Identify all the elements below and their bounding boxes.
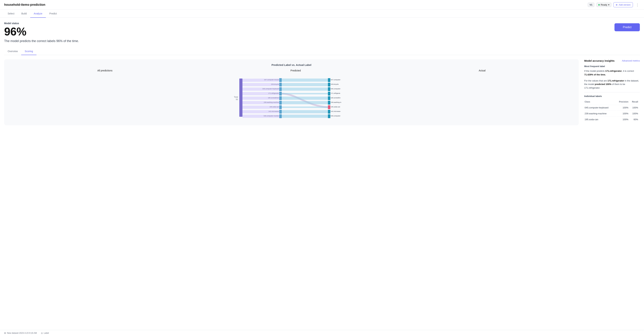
svg-rect-0	[239, 78, 242, 117]
svg-text:229.tricycle: 229.tricycle	[331, 84, 339, 85]
svg-rect-35	[328, 110, 330, 114]
main-content: Model status 96% The model predicts the …	[0, 18, 644, 130]
svg-text:046.computer-: 046.computer-	[331, 115, 341, 117]
svg-rect-33	[328, 105, 330, 109]
col-header-class: Class	[584, 100, 616, 104]
chart-column-labels: All predictions Predicted Actual	[8, 69, 574, 72]
advanced-metrics-link[interactable]: Advanced metrics	[622, 60, 640, 62]
svg-rect-21	[328, 78, 330, 82]
individual-labels-title: Individual labels	[584, 95, 640, 98]
insight-pct-1: 71.429% of the time.	[584, 73, 606, 76]
svg-text:047.computer-: 047.computer-	[331, 79, 341, 80]
insights-header: Model accuracy insights Advanced metrics	[584, 59, 640, 62]
content-area: Predicted Label vs. Actual Label All pre…	[4, 59, 640, 125]
svg-rect-19	[279, 114, 282, 118]
most-frequent-label: Most frequent label	[584, 65, 640, 68]
precision-cell: 100%	[616, 105, 630, 110]
svg-text:171.refrigerat-: 171.refrigerat-	[331, 92, 340, 94]
svg-rect-31	[328, 101, 330, 104]
table-row: 045.computer-keyboard 100% 100%	[584, 105, 640, 110]
svg-text:045.computer-: 045.computer-	[331, 88, 341, 90]
divider	[584, 92, 640, 92]
col-predicted: Predicted	[290, 69, 301, 72]
chevron-down-icon: ▾	[608, 4, 610, 6]
status-row: Model status 96% The model predicts the …	[4, 22, 640, 48]
svg-rect-5	[279, 83, 282, 86]
svg-text:Total: Total	[234, 96, 238, 98]
insight-class-1: 171.refrigerator	[605, 70, 622, 72]
version-badge[interactable]: V1	[588, 2, 594, 7]
sankey-chart: Total 50 047.computer-mouse 229.tricycle…	[8, 73, 574, 118]
accuracy-description: The model predicts the correct labels 96…	[4, 39, 79, 43]
app-title: household-items-prediction	[4, 3, 45, 6]
svg-rect-17	[279, 110, 282, 114]
table-row: 195.soda-can 100% 60%	[584, 116, 640, 122]
status-label: Ready	[601, 4, 607, 6]
class-cell: 195.soda-can	[584, 116, 616, 122]
main-nav: Select Build Analyze Predict	[0, 10, 644, 18]
precision-cell: 100%	[616, 111, 630, 116]
metrics-table: Class Precision Recall 045.computer-keyb…	[584, 100, 640, 122]
svg-rect-29	[328, 96, 330, 100]
insight-text-1: If the model predicts 171.refrigerator, …	[584, 69, 640, 76]
chart-section: Predicted Label vs. Actual Label All pre…	[4, 59, 579, 125]
svg-rect-3	[279, 78, 282, 82]
col-actual: Actual	[479, 69, 486, 72]
tab-select[interactable]: Select	[4, 10, 18, 18]
recall-cell: 100%	[630, 111, 640, 116]
add-version-button[interactable]: ⊕ Add version	[614, 2, 633, 7]
svg-text:195.soda-can: 195.soda-can	[331, 106, 340, 108]
tab-analyze[interactable]: Analyze	[30, 10, 46, 18]
insight-predicted-pct: predicted 100%	[595, 83, 611, 86]
sub-tab-overview[interactable]: Overview	[4, 48, 21, 55]
svg-rect-37	[328, 114, 330, 118]
svg-rect-13	[279, 101, 282, 104]
recall-cell: 60%	[630, 116, 640, 122]
accuracy-percentage: 96%	[4, 26, 79, 37]
sub-nav: Overview Scoring	[4, 48, 640, 55]
insights-title: Model accuracy insights	[584, 59, 614, 62]
insights-sidebar: Model accuracy insights Advanced metrics…	[584, 59, 640, 125]
sankey-svg: Total 50 047.computer-mouse 229.tricycle…	[8, 73, 574, 126]
svg-rect-11	[279, 96, 282, 100]
col-all-predictions: All predictions	[97, 69, 112, 72]
insight-text-2: For the values that are 171.refrigerator…	[584, 79, 640, 90]
insight-class-2: 171.refrigerator	[608, 80, 624, 82]
header-actions: V1 Ready ▾ ⊕ Add version ⋮	[588, 2, 640, 8]
status-dot	[598, 4, 600, 6]
svg-rect-7	[279, 87, 282, 91]
model-status-block: Model status 96% The model predicts the …	[4, 22, 79, 48]
col-header-precision: Precision	[616, 100, 630, 104]
app-header: household-items-prediction V1 Ready ▾ ⊕ …	[0, 0, 644, 10]
svg-rect-27	[328, 92, 330, 96]
plus-icon: ⊕	[616, 4, 618, 6]
svg-text:142.microwav-: 142.microwav-	[331, 110, 341, 112]
recall-cell: 100%	[630, 105, 640, 110]
precision-cell: 100%	[616, 116, 630, 122]
class-cell: 239.washing-machine	[584, 111, 616, 116]
tab-predict[interactable]: Predict	[46, 10, 60, 18]
svg-text:239.washing-m: 239.washing-m	[331, 102, 341, 103]
svg-text:50: 50	[236, 98, 238, 100]
svg-text:180.screwdriv-: 180.screwdriv-	[331, 97, 341, 99]
col-header-recall: Recall	[630, 100, 640, 104]
chart-title: Predicted Label vs. Actual Label	[8, 64, 574, 66]
table-row: 239.washing-machine 100% 100%	[584, 111, 640, 116]
svg-rect-15	[279, 105, 282, 109]
predict-button[interactable]: Predict	[614, 23, 640, 31]
svg-rect-9	[279, 92, 282, 96]
class-cell: 045.computer-keyboard	[584, 105, 616, 110]
tab-build[interactable]: Build	[18, 10, 30, 18]
sub-tab-scoring[interactable]: Scoring	[21, 48, 36, 55]
svg-rect-25	[328, 87, 330, 91]
status-badge[interactable]: Ready ▾	[596, 2, 612, 7]
model-status-label: Model status	[4, 22, 79, 25]
more-options-button[interactable]: ⋮	[635, 2, 640, 8]
svg-rect-23	[328, 83, 330, 86]
